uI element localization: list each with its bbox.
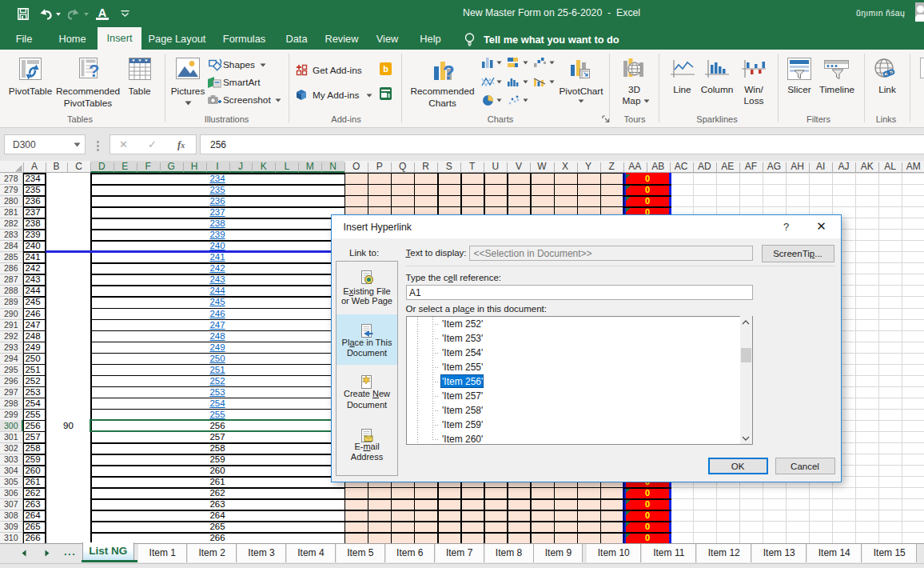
- svg-text:?: ?: [443, 62, 455, 82]
- svg-text:?: ?: [89, 61, 99, 81]
